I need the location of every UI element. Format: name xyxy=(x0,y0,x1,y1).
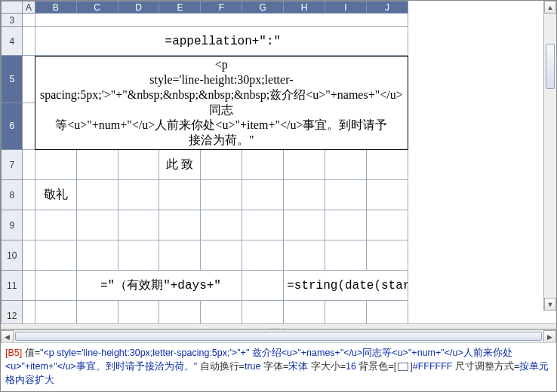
col-header-J[interactable]: J xyxy=(366,2,408,14)
cell-A12[interactable] xyxy=(23,301,35,324)
col-header-H[interactable]: H xyxy=(284,2,325,14)
cell-J7[interactable] xyxy=(366,150,408,180)
cell-D12[interactable] xyxy=(118,301,159,324)
horizontal-scrollbar[interactable]: ◀ ▶ xyxy=(1,329,556,342)
cell-A5[interactable] xyxy=(23,56,35,103)
scroll-down-button[interactable]: ▼ xyxy=(544,298,556,311)
cell-A11[interactable] xyxy=(23,271,35,301)
cell-F10[interactable] xyxy=(201,240,242,271)
vscroll-track[interactable] xyxy=(544,14,556,298)
cell-H8[interactable] xyxy=(284,180,325,210)
cell-J9[interactable] xyxy=(366,210,408,240)
row-7[interactable]: 7 此 致 xyxy=(2,150,408,180)
cell-G9[interactable] xyxy=(242,210,284,240)
cell-B5-J6-merged[interactable]: <p style='line-height:30px;letter-spacin… xyxy=(35,56,408,150)
cell-E7[interactable]: 此 致 xyxy=(159,150,201,180)
cell-H9[interactable] xyxy=(284,210,325,240)
cell-C12[interactable] xyxy=(76,301,118,324)
cell-G8[interactable] xyxy=(242,180,284,210)
cell-A8[interactable] xyxy=(23,180,35,210)
cell-H12[interactable] xyxy=(284,301,325,324)
cell-D8[interactable] xyxy=(118,180,159,210)
cell-B9[interactable] xyxy=(35,210,76,240)
cell-J12[interactable] xyxy=(366,301,408,324)
scroll-left-button[interactable]: ◀ xyxy=(1,330,14,342)
cell-F7[interactable] xyxy=(201,150,242,180)
cell-A3[interactable] xyxy=(23,14,35,27)
cell-H7[interactable] xyxy=(284,150,325,180)
cell-I7[interactable] xyxy=(325,150,367,180)
col-header-F[interactable]: F xyxy=(201,2,242,14)
scroll-right-button[interactable]: ▶ xyxy=(543,330,556,342)
row-3[interactable]: 3 xyxy=(2,14,408,27)
cell-D7[interactable] xyxy=(118,150,159,180)
cell-C8[interactable] xyxy=(76,180,118,210)
row-8[interactable]: 8 敬礼 xyxy=(2,180,408,210)
cell-B4-J4[interactable]: =appellation+":" xyxy=(35,27,408,56)
row-header-4[interactable]: 4 xyxy=(2,27,23,56)
cell-H10[interactable] xyxy=(284,240,325,271)
cell-B3-J3[interactable] xyxy=(35,14,408,27)
row-header-12[interactable]: 12 xyxy=(2,301,23,324)
scroll-up-button[interactable]: ▲ xyxy=(544,1,556,14)
cell-J8[interactable] xyxy=(366,180,408,210)
cell-D10[interactable] xyxy=(118,240,159,271)
cell-D9[interactable] xyxy=(118,210,159,240)
col-header-B[interactable]: B xyxy=(35,2,76,14)
row-header-6[interactable]: 6 xyxy=(2,103,23,150)
col-header-C[interactable]: C xyxy=(76,2,118,14)
row-9[interactable]: 9 xyxy=(2,210,408,240)
cell-B10[interactable] xyxy=(35,240,76,271)
row-header-10[interactable]: 10 xyxy=(2,240,23,271)
cell-C10[interactable] xyxy=(76,240,118,271)
cell-A10[interactable] xyxy=(23,240,35,271)
row-12[interactable]: 12 xyxy=(2,301,408,324)
row-header-3[interactable]: 3 xyxy=(2,14,23,27)
cell-A9[interactable] xyxy=(23,210,35,240)
cell-E10[interactable] xyxy=(159,240,201,271)
cell-F9[interactable] xyxy=(201,210,242,240)
bg-color-swatch[interactable] xyxy=(398,363,408,371)
col-header-A[interactable]: A xyxy=(23,2,35,14)
cell-G10[interactable] xyxy=(242,240,284,271)
cell-F12[interactable] xyxy=(201,301,242,324)
cell-G12[interactable] xyxy=(242,301,284,324)
col-header-D[interactable]: D xyxy=(118,2,159,14)
cell-C11-F11[interactable]: ="（有效期"+days+" xyxy=(76,271,242,301)
vertical-scrollbar[interactable]: ▲ ▼ xyxy=(543,1,556,311)
cell-B11[interactable] xyxy=(35,271,76,301)
cell-I8[interactable] xyxy=(325,180,367,210)
cell-A6[interactable] xyxy=(23,103,35,150)
cell-I9[interactable] xyxy=(325,210,367,240)
cell-C7[interactable] xyxy=(76,150,118,180)
corner-cell[interactable] xyxy=(2,2,23,14)
row-header-9[interactable]: 9 xyxy=(2,210,23,240)
cell-F8[interactable] xyxy=(201,180,242,210)
cell-A4[interactable] xyxy=(23,27,35,56)
cell-B8[interactable]: 敬礼 xyxy=(35,180,76,210)
row-header-11[interactable]: 11 xyxy=(2,271,23,301)
hscroll-thumb[interactable] xyxy=(15,332,542,341)
row-5[interactable]: 5 <p style='line-height:30px;letter-spac… xyxy=(2,56,408,103)
cell-B12[interactable] xyxy=(35,301,76,324)
cell-E8[interactable] xyxy=(159,180,201,210)
cell-G11[interactable] xyxy=(242,271,284,301)
vscroll-thumb[interactable] xyxy=(546,44,555,89)
cell-E12[interactable] xyxy=(159,301,201,324)
cell-E9[interactable] xyxy=(159,210,201,240)
col-header-E[interactable]: E xyxy=(159,2,201,14)
cell-I10[interactable] xyxy=(325,240,367,271)
row-header-5[interactable]: 5 xyxy=(2,56,23,103)
col-header-G[interactable]: G xyxy=(242,2,284,14)
cell-H11-J11[interactable]: =string(date(start) xyxy=(284,271,408,301)
row-header-7[interactable]: 7 xyxy=(2,150,23,180)
row-11[interactable]: 11 ="（有效期"+days+" =string(date(start) xyxy=(2,271,408,301)
cell-A7[interactable] xyxy=(23,150,35,180)
pane-splitter[interactable]: ∙∙∙∙∙∙ xyxy=(1,323,556,329)
cell-G7[interactable] xyxy=(242,150,284,180)
row-header-8[interactable]: 8 xyxy=(2,180,23,210)
row-4[interactable]: 4 =appellation+":" xyxy=(2,27,408,56)
column-header-row[interactable]: A B C D E F G H I J xyxy=(2,2,408,14)
cell-C9[interactable] xyxy=(76,210,118,240)
col-header-I[interactable]: I xyxy=(325,2,367,14)
